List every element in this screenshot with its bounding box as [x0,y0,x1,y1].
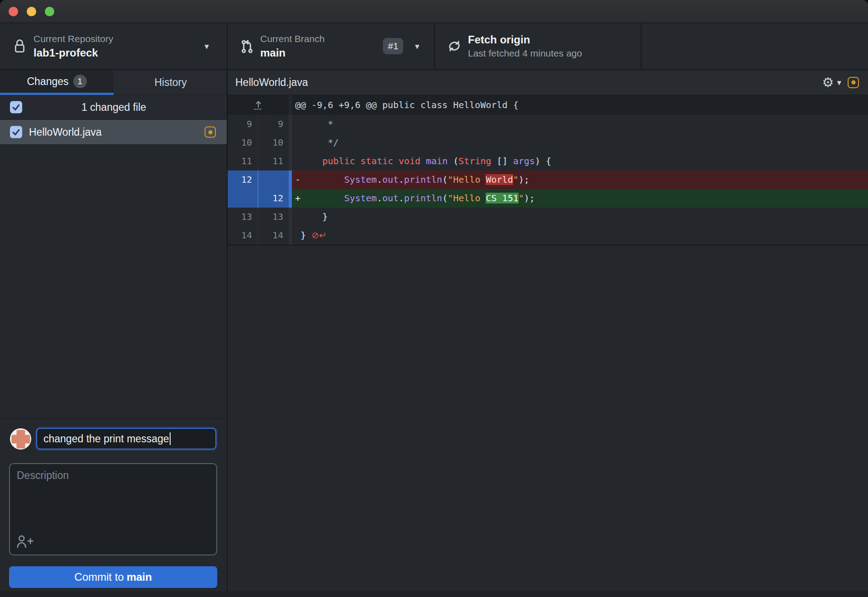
changes-sidebar: Changes 1 History 1 changed file HelloWo… [0,70,228,597]
new-line-number[interactable] [258,171,289,189]
pane-divider[interactable] [227,70,228,597]
code-line: + System.out.println("Hello CS 151"); [289,189,868,208]
chevron-down-icon: ▾ [205,42,209,51]
new-line-number[interactable]: 11 [258,152,289,171]
code-line: } [289,208,868,226]
lock-icon [13,38,26,54]
commit-button-branch: main [127,571,152,583]
zoom-window-button[interactable] [45,7,54,16]
code-line: - System.out.println("Hello World"); [289,171,868,189]
modified-status-icon [848,77,859,88]
current-repository-value: lab1-profeck [33,47,113,59]
old-line-number[interactable]: 9 [228,115,258,133]
avatar [10,428,31,450]
code-line: public static void main (String [] args)… [289,152,868,171]
window-bottom-edge [0,591,868,597]
commit-form: changed the print message Description Co… [0,418,228,597]
sync-icon [447,38,462,54]
code-line: */ [289,133,868,152]
new-line-number[interactable]: 10 [258,133,289,152]
file-name: HelloWorld.java [29,120,102,144]
sidebar-tabs: Changes 1 History [0,70,228,95]
commit-summary-value: changed the print message [43,433,169,445]
minimize-window-button[interactable] [27,7,36,16]
diff-hunk-header-row: @@ -9,6 +9,6 @@ public class HelloWorld … [228,95,868,115]
tab-history-label: History [154,76,187,89]
fetch-origin-button[interactable]: Fetch origin Last fetched 4 minutes ago [435,23,642,69]
close-window-button[interactable] [9,7,18,16]
diff-file-header: HelloWorld.java ⚙ ▾ [228,70,868,95]
hunk-header-text: @@ -9,6 +9,6 @@ public class HelloWorld … [289,95,868,115]
old-line-number[interactable]: 14 [228,226,258,245]
diff-rows: @@ -9,6 +9,6 @@ public class HelloWorld … [228,95,868,246]
current-branch-button[interactable]: Current Branch main #1 ▾ [228,23,435,69]
diff-line-row[interactable]: 99 * [228,115,868,133]
old-line-number[interactable]: 11 [228,152,258,171]
chevron-down-icon: ▾ [837,78,841,87]
new-line-number[interactable]: 12 [258,189,289,208]
commit-description-textarea[interactable]: Description [9,463,217,555]
diff-line-row[interactable]: 1313 } [228,208,868,226]
new-line-number[interactable]: 13 [258,208,289,226]
current-repository-label: Current Repository [33,33,113,44]
expand-hunk-button[interactable] [228,95,289,115]
new-line-number[interactable]: 14 [258,226,289,245]
git-branch-icon [240,38,254,54]
gear-icon: ⚙ [822,76,834,89]
old-line-number[interactable] [228,189,258,208]
add-coauthor-icon[interactable] [16,534,34,549]
description-placeholder: Description [17,469,69,482]
tab-changes-label: Changes [27,76,68,88]
diff-line-row[interactable]: 1111 public static void main (String [] … [228,152,868,171]
diff-line-row[interactable]: 12- System.out.println("Hello World"); [228,171,868,189]
old-line-number[interactable]: 12 [228,171,258,189]
titlebar [0,0,868,23]
tab-changes[interactable]: Changes 1 [0,70,114,95]
old-line-number[interactable]: 13 [228,208,258,226]
current-branch-value: main [260,47,324,59]
changes-count-badge: 1 [73,75,87,88]
file-row-helloworld[interactable]: HelloWorld.java [0,120,228,145]
pull-request-number-badge: #1 [383,38,403,54]
fetch-origin-subtitle: Last fetched 4 minutes ago [468,48,582,59]
new-line-number[interactable]: 9 [258,115,289,133]
diff-line-row[interactable]: 12+ System.out.println("Hello CS 151"); [228,189,868,208]
toolbar: Current Repository lab1-profeck ▾ Curren… [0,23,868,70]
current-repository-button[interactable]: Current Repository lab1-profeck ▾ [0,23,228,69]
commit-summary-input[interactable]: changed the print message [36,428,216,450]
diff-line-row[interactable]: 1010 */ [228,133,868,152]
tab-history[interactable]: History [114,70,228,95]
commit-to-main-button[interactable]: Commit to main [9,566,217,588]
diff-options-button[interactable]: ⚙ ▾ [822,76,841,89]
old-line-number[interactable]: 10 [228,133,258,152]
modified-status-icon [205,127,216,138]
current-branch-label: Current Branch [260,33,324,44]
diff-file-title: HelloWorld.java [235,70,308,95]
text-cursor [170,432,171,445]
code-line: * [289,115,868,133]
diff-pane: HelloWorld.java ⚙ ▾ @@ -9,6 +9,6 @@ publ… [228,70,868,597]
code-line: } ⊘↵ [289,226,868,245]
fetch-origin-title: Fetch origin [468,33,582,46]
file-checkbox[interactable] [10,126,22,138]
diff-line-row[interactable]: 1414 } ⊘↵ [228,226,868,245]
github-desktop-window: Current Repository lab1-profeck ▾ Curren… [0,0,868,597]
changed-files-summary: 1 changed file [0,95,228,119]
chevron-down-icon: ▾ [415,42,420,51]
commit-button-prefix: Commit to [74,571,124,583]
changed-files-header-row: 1 changed file [0,95,228,120]
